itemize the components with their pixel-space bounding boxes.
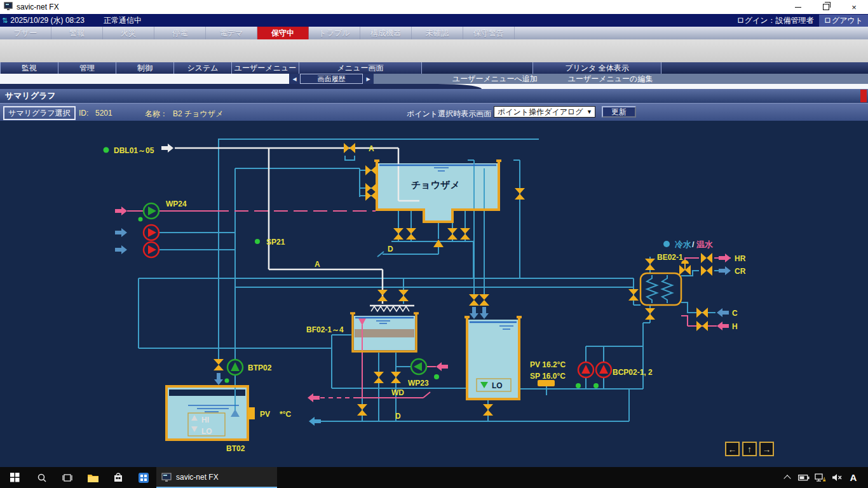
pump-btp02[interactable] <box>227 360 243 375</box>
tray-chevron-up-icon[interactable] <box>779 467 796 488</box>
edit-user-menu-link[interactable]: ユーザーメニューの編集 <box>568 74 653 85</box>
legend-cold: 冷水 <box>675 240 692 249</box>
label-a-mid: A <box>315 260 320 269</box>
minimize-button[interactable] <box>784 0 812 14</box>
valve-icon[interactable] <box>365 191 377 201</box>
close-button[interactable]: × <box>840 0 868 14</box>
valve-icon[interactable] <box>479 294 489 306</box>
valve-icon[interactable] <box>398 290 409 301</box>
menu-control[interactable]: 制御 <box>116 62 173 74</box>
battery-icon[interactable] <box>796 467 812 488</box>
alarm-tab-equipment[interactable]: 構成機器 <box>360 27 412 39</box>
alarm-tab-buzzer[interactable]: ブザー <box>0 27 51 39</box>
valve-icon[interactable] <box>515 188 525 200</box>
pump-sp21-1[interactable] <box>144 225 159 240</box>
drain-relief-icon[interactable] <box>433 240 444 247</box>
nav-left-button[interactable]: ← <box>725 442 740 456</box>
menu-manage[interactable]: 管理 <box>58 62 116 74</box>
valve-icon[interactable] <box>460 228 470 240</box>
task-view-icon[interactable] <box>55 467 80 488</box>
menu-system[interactable]: システム <box>173 62 231 74</box>
pump-wp23[interactable] <box>411 359 426 374</box>
alarm-tab-trouble[interactable]: トラブル <box>309 27 360 39</box>
valve-icon[interactable] <box>628 289 639 301</box>
pump-wp24[interactable] <box>144 203 159 219</box>
valve-icon[interactable] <box>391 372 401 383</box>
valve-icon[interactable] <box>483 404 493 416</box>
history-prev-button[interactable]: ◀ <box>289 74 300 84</box>
nav-up-button[interactable]: ↑ <box>742 442 757 456</box>
file-explorer-icon[interactable] <box>80 467 105 488</box>
heat-exchanger-be02[interactable] <box>641 273 681 305</box>
valve-icon[interactable] <box>365 183 377 193</box>
valve-icon[interactable] <box>406 228 416 240</box>
alarm-tab-alarm[interactable]: 警報 <box>51 27 103 39</box>
taskbar-app-button[interactable]: savic-net FX <box>156 467 277 488</box>
alarm-tab-unconfirmed[interactable]: 未確認 <box>412 27 463 39</box>
valve-icon[interactable] <box>469 294 479 306</box>
id-label: ID: <box>79 109 88 118</box>
nav-right-button[interactable]: → <box>759 442 774 456</box>
spacer-band <box>0 39 868 62</box>
pump-sp21-2[interactable] <box>144 242 159 257</box>
status-dot-green <box>255 239 260 244</box>
valve-icon[interactable] <box>344 143 355 153</box>
flow-arrow-left-icon <box>717 308 729 317</box>
launcher-app-icon[interactable] <box>131 467 156 488</box>
alarm-tab-maint-warning[interactable]: 保守警告 <box>463 27 515 39</box>
valve-icon[interactable] <box>696 308 708 318</box>
status-bar: ⇅ 2025/10/29 (水) 08:23 正常通信中 ログイン：設備管理者 … <box>0 14 868 27</box>
search-icon[interactable] <box>29 467 55 488</box>
filter-media-band <box>355 329 414 337</box>
summary-graph-select-button[interactable]: サマリグラフ選択 <box>3 106 76 120</box>
valve-icon[interactable] <box>357 404 367 416</box>
temp-sensor-icon[interactable] <box>538 380 555 386</box>
menu-monitor[interactable]: 監視 <box>0 62 58 74</box>
comm-status: 正常通信中 <box>104 15 142 26</box>
taskbar-app-title: savic-net FX <box>176 473 219 482</box>
motor-valve-icon[interactable] <box>679 260 691 275</box>
add-user-menu-link[interactable]: ユーザーメニューへ追加 <box>452 74 538 85</box>
network-warning-icon[interactable] <box>812 467 829 488</box>
valve-icon[interactable] <box>365 165 377 175</box>
label-wd: WD <box>391 388 404 397</box>
valve-icon[interactable] <box>393 228 403 240</box>
valve-icon[interactable] <box>645 259 655 270</box>
point-dialog-value: ポイント操作ダイアログ <box>498 107 583 118</box>
valve-icon[interactable] <box>214 359 224 370</box>
point-dialog-dropdown[interactable]: ポイント操作ダイアログ ▼ <box>494 106 595 118</box>
maximize-button[interactable] <box>812 0 840 14</box>
menu-blank-end <box>661 62 868 74</box>
alarm-tab-demand[interactable]: 電デマ <box>206 27 257 39</box>
ime-indicator[interactable]: A <box>845 467 862 488</box>
valve-icon[interactable] <box>645 308 655 320</box>
valve-icon[interactable] <box>696 321 708 331</box>
menu-printer[interactable]: プリンタ 全体表示 <box>532 62 661 74</box>
lo-label: LO <box>201 427 212 436</box>
pv-sensor-icon[interactable] <box>248 407 255 419</box>
volume-muted-icon[interactable] <box>829 467 845 488</box>
alarm-tab-power[interactable]: 停電 <box>154 27 206 39</box>
pump-bcp02-2[interactable] <box>596 362 611 377</box>
reservoir-lo-indicator[interactable]: LO <box>477 379 511 391</box>
flow-arrow-right-icon <box>115 207 127 215</box>
valve-icon[interactable] <box>447 228 458 240</box>
logout-button[interactable]: ログアウト <box>819 15 868 27</box>
page-title: サマリグラフ <box>5 90 56 102</box>
menu-user-menu[interactable]: ユーザーメニュー <box>231 62 299 74</box>
update-button[interactable]: 更新 <box>602 106 636 118</box>
alarm-tab-maintenance[interactable]: 保守中 <box>257 27 309 39</box>
label-main-tank: チョウザメ <box>411 179 460 190</box>
main-menu-bar: 監視 管理 制御 システム ユーザーメニュー メニュー画面 プリンタ 全体表示 <box>0 62 868 74</box>
alarm-tab-fire[interactable]: 火災 <box>103 27 154 39</box>
valve-icon[interactable] <box>377 290 388 301</box>
valve-icon[interactable] <box>701 266 712 276</box>
pump-bcp02-1[interactable] <box>578 362 593 377</box>
start-button[interactable] <box>0 467 29 488</box>
valve-icon[interactable] <box>374 372 384 383</box>
store-icon[interactable] <box>105 467 131 488</box>
valve-icon[interactable] <box>701 253 712 263</box>
history-next-button[interactable]: ▶ <box>363 74 374 84</box>
history-button[interactable]: 画面履歴 <box>300 74 363 84</box>
menu-menu-screen[interactable]: メニュー画面 <box>299 62 421 74</box>
